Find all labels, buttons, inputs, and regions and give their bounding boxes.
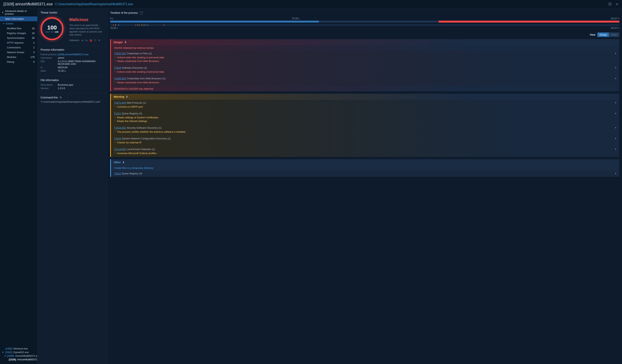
sidebar: Advanced details of process Main informa… xyxy=(0,8,38,364)
indicators-label: Indicators: xyxy=(69,39,80,42)
chevron-down-icon[interactable]: ▼ xyxy=(615,67,617,69)
technique-T1114.001[interactable]: T1114.001 Local Email Collection (1)▼Acc… xyxy=(110,146,619,157)
technique-detail: Steals credentials from Web Browsers xyxy=(114,59,617,63)
header: [2328] arinzehfkd685371.exe C:\Users\adm… xyxy=(0,0,622,8)
timeline-bar-detail[interactable] xyxy=(110,24,619,26)
timeline-pane: Timeline of the process ? 0 s 78.35 s 19… xyxy=(107,8,622,364)
nav-events[interactable]: Events xyxy=(0,21,37,26)
technique-T1552.001[interactable]: T1552.001 Credentials In Files (2)▼Actio… xyxy=(110,51,619,65)
bug-icon: 🐞 xyxy=(89,39,92,42)
view-deep-button[interactable]: Deep xyxy=(609,33,619,37)
section-title: Process information xyxy=(40,48,104,51)
chevron-left-icon xyxy=(2,11,3,14)
nav-http-requests[interactable]: HTTP requests2 xyxy=(0,40,37,45)
technique-detail: Steals credentials from Web Browsers xyxy=(114,81,617,84)
technique-id-link[interactable]: T1518 xyxy=(114,66,121,69)
nav-network-threats[interactable]: Network threats3 xyxy=(0,50,37,55)
technique-T1012[interactable]: T1012 Query Registry (4)▼ xyxy=(110,171,619,177)
technique-detail: Reads the Internet Settings xyxy=(114,119,617,123)
event-banner[interactable]: SNAKE detected by memory dumps xyxy=(110,45,619,51)
username-value: admin xyxy=(58,57,104,59)
nav-modified-files[interactable]: Modified files16 xyxy=(0,26,37,31)
section-title: Threat Verdict xyxy=(40,11,104,14)
tree-process-2456[interactable]: [2456] Winword.exe xyxy=(2,347,37,350)
process-info-section: Process information Parent process: [288… xyxy=(38,45,107,76)
section-title: Command line xyxy=(40,96,58,99)
chevron-down-icon[interactable]: ▼ xyxy=(615,172,617,174)
timeline-title: Timeline of the process xyxy=(110,11,138,14)
chevron-down-icon[interactable]: ▼ xyxy=(615,137,617,140)
view-label: View xyxy=(590,33,595,36)
tree-process-2888[interactable]: ▾[2888] Arinzehfkd685371.exe xyxy=(2,354,37,358)
process-title-pid: [2328] arinzehfkd685371.exe xyxy=(3,2,53,6)
technique-detail: Actions looks like stealing of personal … xyxy=(114,70,617,74)
event-banner[interactable]: Create files in a temporary directory xyxy=(110,165,619,171)
chevron-down-icon: ▾ xyxy=(2,351,4,354)
threat-verdict-section: Threat Verdict 100 OUT OF 100 Malicious … xyxy=(38,8,107,45)
technique-id-link[interactable]: T1012 xyxy=(114,112,121,115)
technique-detail: Actions looks like stealing of personal … xyxy=(114,56,617,59)
technique-detail: Checks for external IP xyxy=(114,141,617,144)
score-ring: 100 OUT OF 100 xyxy=(40,17,63,40)
nav-connections[interactable]: Connections2 xyxy=(0,45,37,50)
category-header-warning[interactable]: Warning 5 xyxy=(110,94,619,100)
chevron-down-icon xyxy=(3,23,5,25)
nav-main-information[interactable]: Main information xyxy=(0,17,37,21)
chevron-down-icon[interactable]: ▼ xyxy=(615,77,617,79)
file-description: BusinessLayer xyxy=(58,84,104,86)
technique-id-link[interactable]: T1555.003 xyxy=(114,77,126,80)
verdict-label: Malicious xyxy=(69,17,104,22)
shield-icon: 🛡 xyxy=(94,39,97,42)
start-value: 78.35 s xyxy=(58,70,104,72)
copy-icon[interactable] xyxy=(59,96,62,99)
il-value: MEDIUM xyxy=(58,66,104,69)
category-header-other[interactable]: Other 4 xyxy=(110,159,619,165)
technique-T1071.003[interactable]: T1071.003 Mail Protocols (1)▼Connects to… xyxy=(110,100,619,111)
sidebar-title[interactable]: Advanced details of process xyxy=(0,8,37,17)
event-banner[interactable]: SNAKEKEYLOGGER was detected xyxy=(110,86,619,91)
help-icon[interactable] xyxy=(608,2,612,6)
timeline-bar-overview[interactable] xyxy=(110,21,619,22)
technique-T1518.001[interactable]: T1518.001 Security Software Discovery (1… xyxy=(110,125,619,135)
help-icon[interactable]: ? xyxy=(140,11,143,15)
process-title-path[interactable]: C:\Users\admin\AppData\Roaming\arinzehfk… xyxy=(55,2,133,6)
close-icon[interactable] xyxy=(616,2,619,6)
nav-debug[interactable]: Debug0 xyxy=(0,59,37,64)
nav-registry-changes[interactable]: Registry changes10 xyxy=(0,31,37,36)
detail-pane: Threat Verdict 100 OUT OF 100 Malicious … xyxy=(38,8,107,364)
tools-icon: ✕ xyxy=(98,39,100,42)
chevron-down-icon[interactable]: ▼ xyxy=(615,127,617,129)
transfer-icon: ⇆ xyxy=(85,39,88,42)
technique-T1555.003[interactable]: T1555.003 Credentials from Web Browsers … xyxy=(110,76,619,86)
tree-process-2328[interactable]: [2328] Arinzehfkd685371.exe xyxy=(2,358,37,361)
command-line-value: "C:\Users\admin\AppData\Roaming\arinzehf… xyxy=(40,100,104,103)
technique-T1518[interactable]: T1518 Software Discovery (1)▼Actions loo… xyxy=(110,65,619,76)
sid-value: S-1-5-21-3896776584-4254864009-862391680… xyxy=(58,60,104,65)
chevron-down-icon[interactable]: ▼ xyxy=(615,52,617,55)
process-tree: [2456] Winword.exe▾[2920] Eqnedt32.exe▾[… xyxy=(0,345,37,364)
nav-modules[interactable]: Modules178 xyxy=(0,55,37,59)
technique-detail: Reads settings of System Certificates xyxy=(114,116,617,119)
category-header-danger[interactable]: Danger 5 xyxy=(110,39,619,45)
chevron-down-icon: ▾ xyxy=(5,354,6,357)
file-info-section: File information Description: BusinessLa… xyxy=(38,76,107,93)
view-group-button[interactable]: Group xyxy=(597,33,609,37)
tree-process-2920[interactable]: ▾[2920] Eqnedt32.exe xyxy=(2,350,37,354)
technique-id-link[interactable]: T1552.001 xyxy=(114,52,126,55)
parent-process[interactable]: [2888] arinzehfkd685371.exe xyxy=(58,53,104,56)
technique-id-link[interactable]: T1518.001 xyxy=(114,126,126,129)
technique-detail: Connects to SMTP port xyxy=(114,105,617,109)
chevron-down-icon[interactable]: ▼ xyxy=(615,113,617,115)
biohazard-icon: ☣ xyxy=(81,39,84,42)
technique-T1012[interactable]: T1012 Query Registry (2)▼Reads settings … xyxy=(110,111,619,125)
chevron-down-icon[interactable]: ▼ xyxy=(615,102,617,104)
nav-synchronization[interactable]: Synchronization30 xyxy=(0,36,37,40)
technique-id-link[interactable]: T1114.001 xyxy=(114,148,126,151)
technique-T1016[interactable]: T1016 System Network Configuration Disco… xyxy=(110,135,619,146)
chevron-down-icon[interactable]: ▼ xyxy=(615,148,617,150)
technique-id-link[interactable]: T1012 xyxy=(114,172,121,175)
technique-id-link[interactable]: T1016 xyxy=(114,137,121,140)
technique-id-link[interactable]: T1071.003 xyxy=(114,101,126,104)
command-line-section: Command line "C:\Users\admin\AppData\Roa… xyxy=(38,93,107,107)
technique-detail: Accesses Microsoft Outlook profiles xyxy=(114,152,617,155)
